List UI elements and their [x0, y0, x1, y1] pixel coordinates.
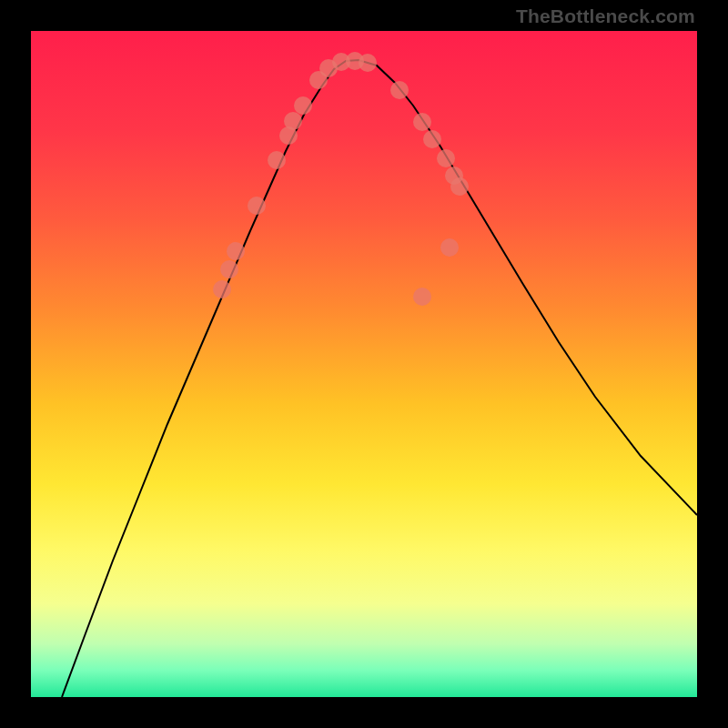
data-point-left-cluster-8: [294, 96, 312, 115]
data-point-bottom-5: [359, 54, 377, 72]
data-point-left-cluster-4: [248, 197, 266, 215]
data-point-right-cluster-6: [450, 177, 469, 196]
data-point-right-cluster-1: [390, 81, 409, 99]
plot-area: [31, 31, 697, 697]
watermark-text: TheBottleneck.com: [516, 5, 695, 27]
data-point-left-cluster-5: [268, 151, 286, 169]
data-point-left-cluster-3: [227, 242, 245, 260]
data-point-right-cluster-4: [437, 149, 455, 167]
data-points: [213, 52, 469, 306]
data-point-left-cluster-1: [213, 280, 231, 298]
data-point-right-cluster-2: [413, 113, 431, 131]
bottleneck-curve: [62, 60, 697, 697]
data-point-left-cluster-2: [220, 260, 238, 278]
data-point-left-cluster-7: [284, 112, 302, 130]
data-point-right-cluster-7: [440, 238, 459, 257]
chart-svg: [31, 31, 697, 697]
data-point-right-cluster-8: [413, 288, 431, 306]
chart-frame: TheBottleneck.com: [0, 0, 728, 728]
data-point-right-cluster-3: [423, 130, 441, 148]
